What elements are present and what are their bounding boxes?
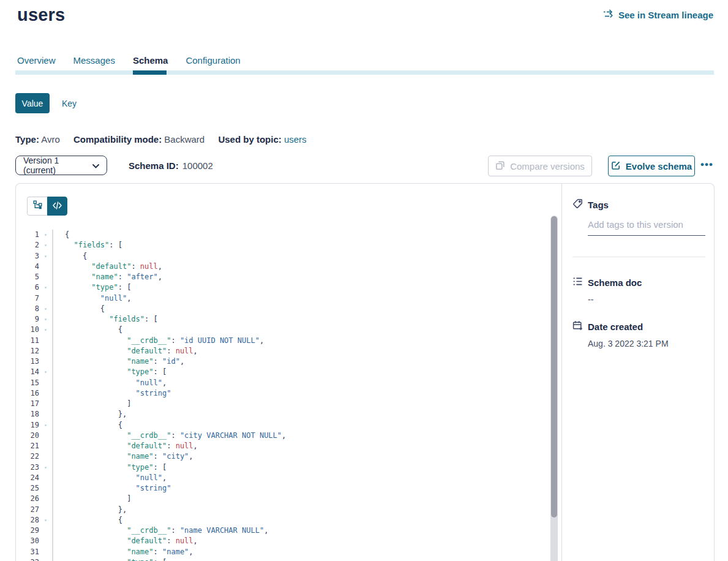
fold-spacer <box>39 378 52 388</box>
line-number: 22 <box>16 451 39 462</box>
tree-view-button[interactable] <box>27 197 47 216</box>
code-view-icon <box>53 201 62 212</box>
page-title: users <box>17 5 65 25</box>
tabbar-track <box>15 70 714 75</box>
fold-spacer <box>39 409 52 420</box>
used-by-topic-link[interactable]: users <box>284 134 307 145</box>
tab-overview[interactable]: Overview <box>17 55 56 69</box>
code-line: 26 ] <box>16 494 548 504</box>
code-line: 6▾ "type": [ <box>16 282 548 293</box>
code-line: 19▾ { <box>16 420 548 431</box>
fold-toggle-icon[interactable]: ▾ <box>39 240 52 250</box>
version-select[interactable]: Version 1 (current) <box>15 156 107 175</box>
calendar-plus-icon <box>572 320 583 333</box>
line-number: 16 <box>16 388 39 399</box>
type-value: Avro <box>41 134 60 145</box>
schema-code-panel: 1▾{2▾ "fields": [3▾ {4 "default": null,5… <box>16 184 562 561</box>
code-line: 4 "default": null, <box>16 262 548 272</box>
fold-spacer <box>39 336 52 346</box>
code-line: 7 "null", <box>16 293 548 304</box>
code-line: 11 "__crdb__": "id UUID NOT NULL", <box>16 336 548 346</box>
tab-messages[interactable]: Messages <box>73 55 115 69</box>
code-line: 14▾ "type": [ <box>16 367 548 377</box>
stream-lineage-icon <box>603 9 614 21</box>
schema-id-row: Schema ID: 100002 <box>129 156 213 175</box>
line-number: 30 <box>16 536 39 546</box>
chevron-down-icon <box>92 160 99 170</box>
line-number: 9 <box>16 314 39 325</box>
value-toggle-button[interactable]: Value <box>15 93 50 113</box>
fold-toggle-icon[interactable]: ▾ <box>39 304 52 314</box>
line-number: 20 <box>16 431 39 441</box>
line-number: 2 <box>16 240 39 250</box>
fold-toggle-icon[interactable]: ▾ <box>39 367 52 377</box>
version-select-value: Version 1 (current) <box>23 156 92 175</box>
more-actions-button[interactable]: ••• <box>700 154 713 175</box>
line-number: 27 <box>16 505 39 515</box>
code-line: 1▾{ <box>16 230 548 240</box>
line-number: 3 <box>16 251 39 262</box>
line-number: 25 <box>16 483 39 494</box>
code-line: 29 "__crdb__": "name VARCHAR NULL", <box>16 525 548 536</box>
fold-toggle-icon[interactable]: ▾ <box>39 251 52 262</box>
code-line: 5 "name": "after", <box>16 272 548 282</box>
see-in-stream-lineage-link[interactable]: See in Stream lineage <box>603 9 713 21</box>
date-created-title: Date created <box>588 322 643 332</box>
tab-schema[interactable]: Schema <box>133 55 168 69</box>
fold-toggle-icon[interactable]: ▾ <box>39 557 52 561</box>
code-line: 17 ] <box>16 399 548 409</box>
code-line: 30 "default": null, <box>16 536 548 546</box>
line-number: 4 <box>16 262 39 272</box>
schema-doc-section: Schema doc -- <box>572 276 705 304</box>
fold-spacer <box>39 473 52 483</box>
line-number: 15 <box>16 378 39 388</box>
add-tags-input[interactable] <box>588 217 705 236</box>
line-number: 29 <box>16 525 39 536</box>
fold-spacer <box>39 505 52 515</box>
line-number: 19 <box>16 420 39 431</box>
line-number: 17 <box>16 399 39 409</box>
code-line: 18 }, <box>16 409 548 420</box>
line-number: 26 <box>16 494 39 504</box>
evolve-schema-button[interactable]: Evolve schema <box>608 156 695 176</box>
key-toggle-button[interactable]: Key <box>62 93 77 113</box>
code-line: 24 "null", <box>16 473 548 483</box>
fold-toggle-icon[interactable]: ▾ <box>39 515 52 525</box>
fold-toggle-icon[interactable]: ▾ <box>39 230 52 240</box>
compare-versions-icon <box>495 160 505 172</box>
type-label: Type: <box>15 134 39 145</box>
line-number: 24 <box>16 473 39 483</box>
tab-configuration[interactable]: Configuration <box>186 55 240 69</box>
date-created-section: Date created Aug. 3 2022 3:21 PM <box>572 320 705 348</box>
fold-toggle-icon[interactable]: ▾ <box>39 282 52 293</box>
line-number: 11 <box>16 336 39 346</box>
schema-sidebar: Tags Schema doc -- <box>562 184 714 561</box>
tabbar-active-indicator <box>133 70 167 75</box>
line-number: 8 <box>16 304 39 314</box>
schema-meta-row: Type: Avro Compatibility mode: Backward … <box>15 134 307 145</box>
fold-spacer <box>39 272 52 282</box>
fold-toggle-icon[interactable]: ▾ <box>39 325 52 335</box>
fold-toggle-icon[interactable]: ▾ <box>39 420 52 431</box>
code-line: 10▾ { <box>16 325 548 335</box>
code-view-button[interactable] <box>47 197 67 216</box>
code-line: 9▾ "fields": [ <box>16 314 548 325</box>
schema-doc-title: Schema doc <box>588 277 642 288</box>
code-scrollbar-thumb[interactable] <box>551 216 557 518</box>
fold-spacer <box>39 293 52 304</box>
compare-versions-button[interactable]: Compare versions <box>488 156 592 176</box>
line-number: 18 <box>16 409 39 420</box>
code-line: 27 }, <box>16 505 548 515</box>
fold-spacer <box>39 494 52 504</box>
fold-toggle-icon[interactable]: ▾ <box>39 462 52 473</box>
compatibility-label: Compatibility mode: <box>73 134 162 145</box>
line-number: 23 <box>16 462 39 473</box>
topic-tabs: Overview Messages Schema Configuration <box>17 55 241 69</box>
compare-versions-label: Compare versions <box>510 161 585 171</box>
date-created-value: Aug. 3 2022 3:21 PM <box>588 339 705 348</box>
schema-id-label: Schema ID: <box>129 160 179 171</box>
code-line: 15 "null", <box>16 378 548 388</box>
fold-toggle-icon[interactable]: ▾ <box>39 314 52 325</box>
code-line: 3▾ { <box>16 251 548 262</box>
line-number: 31 <box>16 547 39 557</box>
